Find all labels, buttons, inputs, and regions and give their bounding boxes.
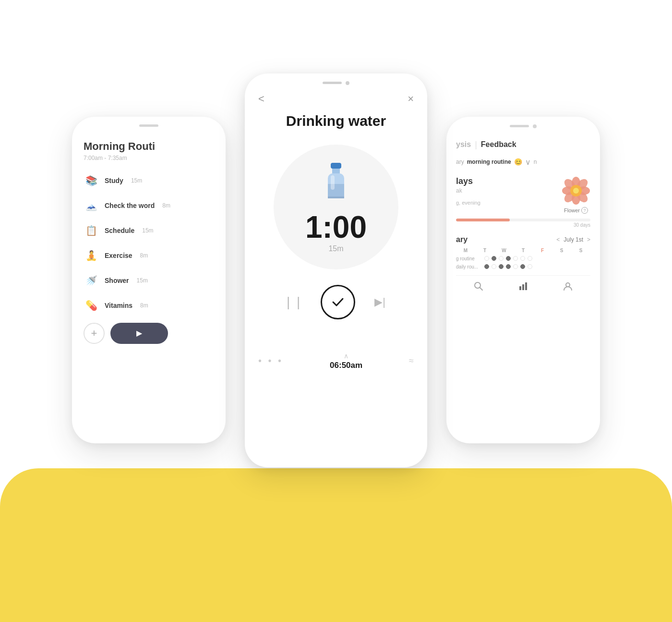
svg-rect-5: [331, 175, 335, 190]
cal-dot: [499, 264, 504, 269]
list-item: 💊 Vitamins 8m: [84, 298, 214, 313]
pause-icon: | |: [287, 294, 301, 309]
calendar-header: ary < July 1st >: [456, 235, 590, 244]
flower-text: Flower: [564, 207, 580, 213]
routine-time-exercise: 8m: [140, 252, 148, 259]
cal-dot: [506, 256, 511, 261]
left-phone-notch: [72, 117, 226, 131]
cal-dot: [492, 256, 496, 261]
day-label-s1: S: [552, 248, 571, 253]
playback-controls: | | ▶|: [258, 285, 414, 319]
flower-info-icon[interactable]: ?: [581, 207, 588, 214]
cal-dot: [528, 256, 532, 261]
play-button[interactable]: ▶: [110, 323, 168, 344]
left-phone-subtitle: 7:00am - 7:35am: [84, 155, 214, 161]
svg-point-21: [566, 283, 570, 287]
list-item: 🧘 Exercise 8m: [84, 248, 214, 263]
close-button[interactable]: ×: [408, 93, 414, 105]
center-phone: < × Drinking water: [245, 73, 427, 467]
cal-dot: [499, 256, 504, 261]
cal-dot: [513, 264, 518, 269]
svg-point-16: [475, 282, 480, 288]
pause-button[interactable]: | |: [287, 294, 301, 310]
streak-title: lays: [456, 176, 480, 186]
right-tabs: ysis | Feedback: [456, 140, 590, 150]
cal-dot: [492, 264, 496, 269]
check-word-icon: 🗻: [84, 198, 99, 213]
calendar-row-1: g routine: [456, 256, 590, 261]
timer-sub: 15m: [328, 244, 343, 253]
skip-button[interactable]: ▶|: [374, 296, 385, 308]
routine-name-exercise: Exercise: [105, 252, 132, 259]
calendar-prev-button[interactable]: <: [556, 236, 560, 243]
right-bottom-nav: [456, 275, 590, 293]
play-icon: ▶: [136, 329, 142, 338]
left-phone-footer: + ▶: [84, 323, 214, 344]
filter-value: morning routine: [467, 159, 511, 165]
checkmark-icon: [330, 294, 346, 310]
vitamins-icon: 💊: [84, 298, 99, 313]
calendar-title: ary: [456, 235, 468, 244]
day-label-s2: S: [571, 248, 590, 253]
tab-feedback[interactable]: Feedback: [481, 140, 516, 149]
current-time: 06:50am: [330, 361, 362, 370]
filter-label: ary: [456, 159, 464, 165]
chart-nav-button[interactable]: [518, 281, 528, 293]
timer-display: 1:00: [305, 212, 367, 243]
flower-label: Flower ?: [564, 207, 588, 214]
water-bottle: [319, 161, 353, 206]
dots-indicator: • • •: [258, 355, 283, 366]
shower-icon: 🚿: [84, 273, 99, 288]
plus-icon: +: [91, 327, 97, 340]
list-item: 🗻 Check the word 8m: [84, 198, 214, 213]
center-phone-content: Drinking water: [245, 113, 427, 319]
day-label-t2: T: [514, 248, 533, 253]
routine-time-vitamins: 8m: [140, 302, 148, 309]
cal-row-label-1: g routine: [456, 256, 482, 261]
list-item: 📋 Schedule 15m: [84, 223, 214, 238]
streak-section: lays ak g, evening: [456, 176, 590, 228]
cal-dot: [484, 264, 489, 269]
schedule-icon: 📋: [84, 223, 99, 238]
wave-icon: ≈: [409, 356, 414, 366]
day-label-m: M: [456, 248, 475, 253]
calendar-next-button[interactable]: >: [587, 236, 590, 243]
profile-icon: [563, 281, 573, 291]
complete-button[interactable]: [321, 285, 355, 319]
cal-row-label-2: daily rou...: [456, 264, 482, 269]
screen-title: Drinking water: [258, 113, 414, 129]
profile-nav-button[interactable]: [563, 281, 573, 293]
routine-name-study: Study: [105, 177, 123, 184]
left-phone-title: Morning Routi: [84, 140, 214, 153]
center-phone-notch: [245, 73, 427, 89]
routine-time-checkword: 8m: [162, 202, 170, 209]
calendar-days-header: M T W T F S S: [456, 248, 590, 253]
streak-detail: g, evening: [456, 200, 480, 206]
right-phone-content: ysis | Feedback ary morning routine 😊 ∨ …: [446, 132, 600, 301]
day-label-f: F: [533, 248, 552, 253]
search-nav-button[interactable]: [474, 281, 483, 293]
back-button[interactable]: <: [258, 93, 264, 105]
filter-dropdown-icon[interactable]: ∨: [525, 158, 531, 167]
filter-emoji: 😊: [514, 158, 522, 166]
routine-name-schedule: Schedule: [105, 227, 134, 234]
add-button[interactable]: +: [84, 323, 105, 344]
tab-divider: |: [475, 140, 477, 150]
cal-dot: [506, 264, 511, 269]
right-speaker-bar: [510, 125, 529, 127]
routine-name-checkword: Check the word: [105, 202, 155, 209]
timer-circle: 1:00 15m: [274, 145, 398, 269]
progress-label: 30 days: [456, 222, 590, 228]
flower-icon: [562, 176, 590, 205]
skip-icon: ▶|: [374, 296, 385, 308]
tab-analysis[interactable]: ysis: [456, 140, 471, 149]
speaker-bar: [139, 124, 158, 127]
progress-bar-container: [456, 219, 590, 221]
cal-dot: [528, 264, 532, 269]
svg-rect-20: [525, 282, 527, 290]
list-item: 🚿 Shower 15m: [84, 273, 214, 288]
center-footer: • • • ∧ 06:50am ≈: [245, 348, 427, 370]
center-camera: [346, 81, 349, 85]
svg-rect-19: [522, 284, 524, 290]
calendar-section: ary < July 1st > M T W T F S S: [456, 235, 590, 269]
